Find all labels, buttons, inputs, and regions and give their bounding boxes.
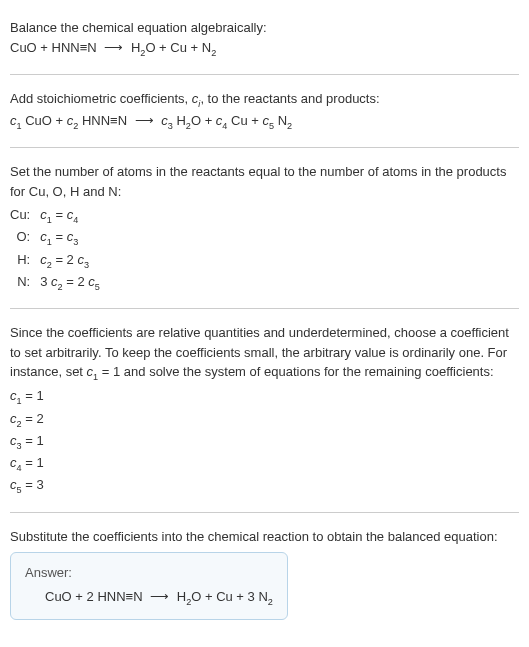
table-row: Cu: c1 = c4 — [10, 205, 100, 227]
element-label: H: — [10, 250, 40, 272]
answer-intro: Substitute the coefficients into the che… — [10, 527, 519, 547]
section-coefficients: Add stoichiometric coefficients, ci, to … — [10, 81, 519, 141]
divider — [10, 147, 519, 148]
answer-box: Answer: CuO + 2 HNN≡N ⟶ H2O + Cu + 3 N2 — [10, 552, 288, 620]
element-equation: 3 c2 = 2 c5 — [40, 272, 100, 294]
coeff-value: c5 = 3 — [10, 475, 519, 497]
section-intro: Balance the chemical equation algebraica… — [10, 10, 519, 68]
intro-text: Balance the chemical equation algebraica… — [10, 18, 519, 38]
balanced-equation: CuO + 2 HNN≡N ⟶ H2O + Cu + 3 N2 — [25, 587, 273, 609]
divider — [10, 512, 519, 513]
arrow-icon: ⟶ — [146, 589, 173, 604]
divider — [10, 74, 519, 75]
table-row: O: c1 = c3 — [10, 227, 100, 249]
coeff-value: c2 = 2 — [10, 409, 519, 431]
eq-right-part: H2O + Cu + N2 — [131, 40, 216, 55]
section-atom-balance: Set the number of atoms in the reactants… — [10, 154, 519, 302]
section-answer: Substitute the coefficients into the che… — [10, 519, 519, 628]
coeff-intro: Add stoichiometric coefficients, ci, to … — [10, 89, 519, 111]
coefficient-values: c1 = 1 c2 = 2 c3 = 1 c4 = 1 c5 = 3 — [10, 386, 519, 497]
element-label: Cu: — [10, 205, 40, 227]
solve-intro: Since the coefficients are relative quan… — [10, 323, 519, 384]
table-row: H: c2 = 2 c3 — [10, 250, 100, 272]
coeff-value: c4 = 1 — [10, 453, 519, 475]
coeff-equation: c1 CuO + c2 HNN≡N ⟶ c3 H2O + c4 Cu + c5 … — [10, 111, 519, 133]
element-label: O: — [10, 227, 40, 249]
unbalanced-equation: CuO + HNN≡N ⟶ H2O + Cu + N2 — [10, 38, 519, 60]
answer-label: Answer: — [25, 563, 273, 583]
element-label: N: — [10, 272, 40, 294]
element-equation: c1 = c4 — [40, 205, 100, 227]
element-equation: c2 = 2 c3 — [40, 250, 100, 272]
balance-table: Cu: c1 = c4 O: c1 = c3 H: c2 = 2 c3 N: 3… — [10, 205, 100, 294]
arrow-icon: ⟶ — [131, 113, 158, 128]
table-row: N: 3 c2 = 2 c5 — [10, 272, 100, 294]
balance-intro: Set the number of atoms in the reactants… — [10, 162, 519, 201]
arrow-icon: ⟶ — [100, 40, 127, 55]
coeff-value: c3 = 1 — [10, 431, 519, 453]
divider — [10, 308, 519, 309]
eq-left: CuO + HNN≡N — [10, 40, 97, 55]
section-solve: Since the coefficients are relative quan… — [10, 315, 519, 505]
element-equation: c1 = c3 — [40, 227, 100, 249]
coeff-value: c1 = 1 — [10, 386, 519, 408]
